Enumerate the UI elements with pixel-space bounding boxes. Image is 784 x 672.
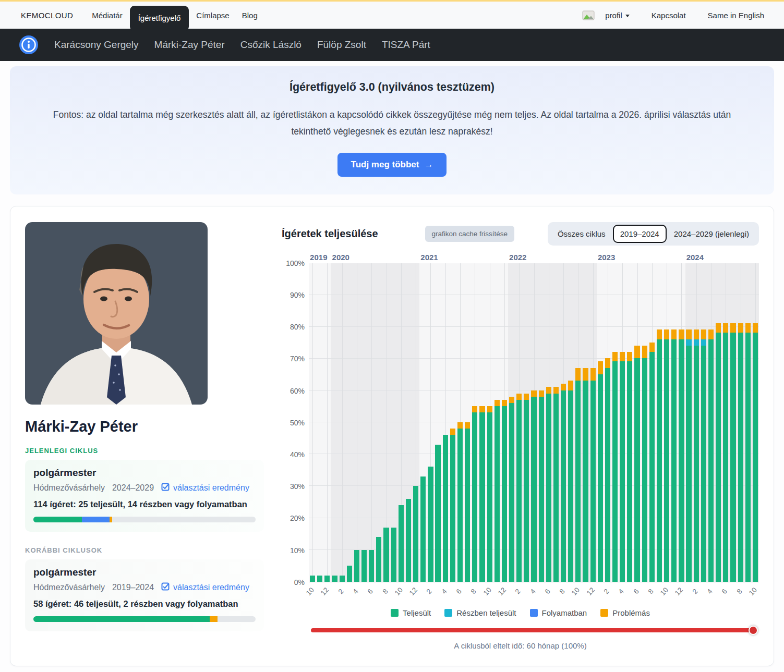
bar-2023-04 [620,352,625,582]
nav-mediatar[interactable]: Médiatár [86,7,128,24]
y-tick-30: 30% [290,482,305,491]
bar-segment-Teljesült [457,429,463,582]
bar-segment-Teljesült [406,499,411,582]
bar-segment-Teljesült [502,406,507,582]
y-tick-50: 50% [290,419,305,427]
tab-2024-2029[interactable]: 2024–2029 (jelenlegi) [667,225,756,243]
bar-segment-Teljesült [450,435,455,582]
legend-swatch [391,609,399,617]
bar-slot-2021-10 [486,263,493,582]
bar-segment-Teljesült [612,361,618,581]
legend-swatch [600,609,608,617]
bar-slot-2023-03 [611,263,619,582]
bar-slot-2023-04 [619,263,626,582]
bar-segment-Problémás [708,329,714,339]
tab-2019-2024[interactable]: 2019–2024 [613,225,667,243]
bar-2021-01 [420,476,426,582]
bar-2023-10 [664,329,669,581]
refresh-cache-button[interactable]: grafikon cache frissítése [425,226,515,242]
x-tick-2022-12: 12 [585,586,596,597]
bar-slot-2022-07 [552,263,560,582]
nav-kapcsolat[interactable]: Kapcsolat [645,7,692,24]
nav-igeretfigyelo[interactable]: Ígéretfigyelő [130,6,189,31]
year-label-2019: 2019 [310,253,327,262]
legend-label: Folyamatban [542,608,587,617]
bar-segment-Problémás [502,400,507,406]
bar-segment-Problémás [561,384,566,390]
bar-2024-10 [753,323,758,582]
nav-blog[interactable]: Blog [236,7,264,24]
legend-swatch [444,609,452,617]
nav-cimlapse[interactable]: Címlapse [190,7,235,24]
bar-segment-Teljesült [568,390,573,582]
brand-kemocloud[interactable]: KEMOCLOUD [21,11,73,20]
election-result-link[interactable]: választási eredmény [161,582,249,593]
bar-slot-2022-05 [538,263,545,582]
bar-slot-2020-04 [353,263,360,582]
election-result-label: választási eredmény [173,483,249,493]
election-result-link[interactable]: választási eredmény [161,483,249,493]
chart-year-labels: 201920202021202220232024 [309,253,759,263]
bar-segment-Problémás [657,329,662,339]
learn-more-button[interactable]: Tudj meg többet→ [337,153,447,177]
progress-segment-problémás [210,616,218,622]
year-label-2020: 2020 [332,253,349,262]
x-tick-2023-04: 4 [617,587,625,595]
cycle-meta: Hódmezővásárhely 2019–2024 választási er… [33,582,256,593]
person-nav-karacsony[interactable]: Karácsony Gergely [54,39,139,51]
bar-segment-Teljesült [546,394,551,582]
x-tick-2022-06: 6 [543,587,551,595]
x-tick-2021-06: 6 [455,587,463,595]
bar-slot-2023-12 [678,263,685,582]
top-navbar: KEMOCLOUD Médiatár Ígéretfigyelő Címlaps… [0,2,784,29]
bar-2023-07 [642,346,647,582]
x-tick-2023-12: 12 [673,586,684,597]
bar-slot-2021-06 [456,263,464,582]
bar-slot-2019-11 [316,263,323,582]
x-tick-2023-10: 10 [659,586,670,597]
x-tick-2020-04: 4 [352,587,360,595]
bar-slot-2023-07 [641,263,648,582]
info-icon[interactable] [19,35,39,55]
bar-slot-2023-01 [597,263,604,582]
legend-label: Teljesült [403,608,431,617]
progress-segment-teljesült [33,616,210,622]
profile-dropdown[interactable]: profil [599,7,636,24]
legend-item-Folyamatban: Folyamatban [530,608,587,617]
legend-swatch [530,609,538,617]
bar-slot-2024-02 [693,263,700,582]
bar-2023-08 [649,343,655,582]
bar-segment-Problémás [701,329,706,339]
bar-segment-Teljesült [642,358,647,581]
x-tick-2021-12: 12 [497,586,508,597]
bar-2020-05 [361,550,367,582]
chart-legend: TeljesültRészben teljesültFolyamatbanPro… [282,608,759,617]
bar-slot-2023-05 [626,263,633,582]
tab-all-cycles[interactable]: Összes ciklus [550,225,613,243]
bar-slot-2022-04 [530,263,537,582]
bar-segment-Teljesült [686,346,691,582]
person-nav-tisza[interactable]: TISZA Párt [382,39,430,51]
bar-slot-2020-11 [405,263,412,582]
bar-2024-02 [694,329,699,581]
bar-slot-2023-06 [633,263,641,582]
person-nav-fulop[interactable]: Fülöp Zsolt [317,39,366,51]
x-tick-2022-04: 4 [528,587,537,595]
bar-2021-09 [479,406,485,582]
slider-knob[interactable] [749,626,758,635]
bar-2023-12 [679,329,684,581]
bar-segment-Teljesült [620,361,625,581]
bar-segment-Teljesült [472,412,477,581]
profile-panel: Márki-Zay Péter JELENLEGI CIKLUS polgárm… [25,222,264,650]
person-nav-csozik[interactable]: Csőzik László [240,39,301,51]
bar-segment-Teljesült [524,400,529,582]
x-tick-2020-06: 6 [366,587,375,595]
bar-segment-Teljesült [310,576,315,582]
nav-language-toggle[interactable]: Same in English [702,7,770,24]
bar-2021-11 [494,400,500,582]
bar-segment-Részben-teljesült [701,339,706,346]
person-nav-markizay[interactable]: Márki-Zay Péter [154,39,225,51]
bar-2022-05 [539,390,544,582]
y-tick-0: 0% [294,578,305,587]
legend-label: Részben teljesült [456,608,516,617]
